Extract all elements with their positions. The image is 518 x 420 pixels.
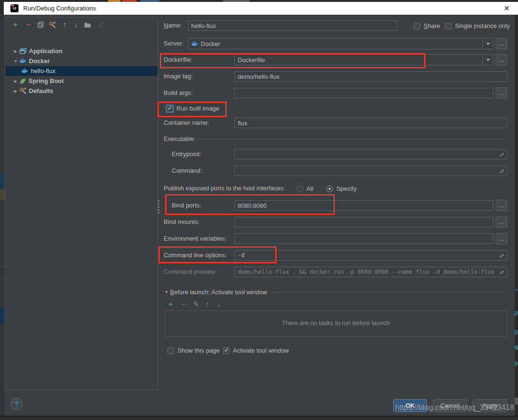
bind-ports-label: Bind ports: [172,200,201,211]
sort-alphabetically-icon[interactable]: ↓az [96,20,105,29]
close-icon[interactable]: × [504,2,509,14]
dialog-title: Run/Debug Configurations [23,5,96,12]
background-left-sliver [0,15,5,420]
bind-mounts-label: Bind mounts: [164,217,200,227]
image-tag-label: Image tag: [164,71,193,82]
expand-field-icon[interactable] [499,152,505,158]
docker-icon [21,68,28,74]
env-vars-label: Environment variables: [164,233,226,244]
activate-tool-window-checkbox[interactable]: Activate tool window [223,346,289,354]
publish-all-label: All [306,185,313,192]
command-input[interactable] [234,166,507,176]
background-bottom-strip [0,416,518,420]
name-label: Name: [164,20,182,31]
move-task-up-icon[interactable]: ↑ [203,300,212,308]
tree-item-docker[interactable]: ▼ Docker [5,56,157,66]
expand-arrow-icon[interactable]: ▶ [12,89,19,93]
expand-field-icon[interactable] [499,270,505,275]
bind-mounts-browse-button[interactable]: … [496,216,507,228]
code-fragment: p [515,309,518,316]
remove-task-icon[interactable]: − [179,300,188,308]
build-args-input[interactable] [234,88,493,98]
add-task-icon[interactable]: + [166,300,175,308]
container-name-input[interactable] [234,118,507,128]
help-button[interactable]: ? [10,398,23,410]
screen: p p Ne p IJ Run/Debug Configurations × +… [0,0,518,420]
command-label: Command: [172,166,202,176]
application-icon [19,48,27,55]
single-instance-checkbox[interactable]: Single instance only [445,22,510,29]
code-fragment: p [515,328,518,335]
run-built-image-checkbox[interactable]: Run built image [166,104,219,112]
before-launch-header[interactable]: ▼ Before launch: Activate tool window [165,287,267,298]
bind-mounts-input[interactable] [234,217,493,227]
expand-field-icon[interactable] [499,253,505,259]
bind-ports-browse-button[interactable]: … [496,200,507,211]
remove-configuration-icon[interactable]: − [24,20,33,29]
cmd-preview-field: demo/hello-flux . && docker run -p 8080:… [234,267,507,277]
intellij-logo-icon: IJ [10,4,18,12]
tree-toolbar: + − ↑ ↓ ↓az [5,20,157,30]
tree-item-label: Application [29,47,63,55]
docker-icon [191,41,198,47]
copy-configuration-icon[interactable] [37,20,45,29]
cmd-preview-label: Command preview: [164,267,217,277]
configurations-tree-panel: + − ↑ ↓ ↓az ▶ [5,17,158,390]
image-tag-input[interactable] [234,71,507,82]
share-checkbox[interactable]: Share [414,22,440,29]
tree-item-label: Docker [29,57,50,65]
single-instance-label: Single instance only [455,22,510,29]
chevron-down-icon[interactable] [482,55,493,65]
tree-item-spring-boot[interactable]: ▶ Spring Boot [5,76,157,86]
move-up-icon[interactable]: ↑ [60,20,69,29]
tree-item-label: Spring Boot [28,77,64,84]
move-task-down-icon[interactable]: ↓ [214,300,223,308]
empty-tasks-text: There are no tasks to run before launch [165,319,507,327]
name-input[interactable] [188,20,397,31]
expand-field-icon[interactable] [499,168,505,174]
chevron-down-icon[interactable] [482,38,493,49]
bind-ports-input[interactable] [234,200,493,211]
share-label: Share [424,22,440,29]
server-combobox[interactable]: Docker [188,38,493,49]
server-label: Server: [164,38,184,49]
spring-boot-icon [19,78,26,84]
code-fragment: p [515,360,518,366]
build-args-browse-button[interactable]: … [496,87,507,99]
server-browse-button[interactable]: … [496,38,507,49]
dockerfile-label: Dockerfile: [164,55,193,65]
panel-splitter-handle[interactable] [158,200,160,214]
expand-arrow-icon[interactable]: ▶ [12,79,19,84]
tree-item-label: Defaults [29,87,53,94]
expand-arrow-icon[interactable]: ▶ [12,49,19,54]
move-down-icon[interactable]: ↓ [72,20,80,29]
dockerfile-combobox[interactable]: Dockerfile [234,54,493,65]
publish-all-radio[interactable]: All [296,185,313,192]
folder-icon[interactable] [83,20,92,29]
run-built-image-label: Run built image [176,105,219,112]
cmd-options-label: Command line options: [164,250,227,261]
tree-item-label: hello-flux [31,67,56,75]
server-value: Docker [201,40,220,47]
section-divider [196,139,507,140]
edit-templates-wrench-icon[interactable] [48,20,56,29]
run-debug-configurations-dialog: + − ↑ ↓ ↓az ▶ [5,15,515,416]
entrypoint-input[interactable] [234,149,507,159]
build-args-label: Build args: [164,88,193,98]
collapse-arrow-icon[interactable]: ▼ [165,290,168,294]
publish-specify-radio[interactable]: Specify [326,185,357,192]
dialog-titlebar: IJ Run/Debug Configurations × [4,2,518,15]
env-vars-input[interactable] [234,233,493,244]
add-configuration-icon[interactable]: + [11,20,19,29]
dockerfile-browse-button[interactable]: … [496,54,507,65]
executable-section-label: Executable [164,134,194,144]
env-vars-browse-button[interactable]: … [496,233,507,244]
cmd-options-input[interactable]: -d [234,250,507,261]
tree-item-hello-flux[interactable]: hello-flux [5,66,157,76]
tree-item-defaults[interactable]: ▶ Defaults [5,86,157,96]
code-fragment: Ne [515,345,518,351]
tree-item-application[interactable]: ▶ Application [5,46,157,56]
collapse-arrow-icon[interactable]: ▼ [12,59,19,64]
edit-task-pencil-icon[interactable]: ✎ [192,300,200,308]
show-this-page-checkbox[interactable]: Show this page [167,346,220,354]
